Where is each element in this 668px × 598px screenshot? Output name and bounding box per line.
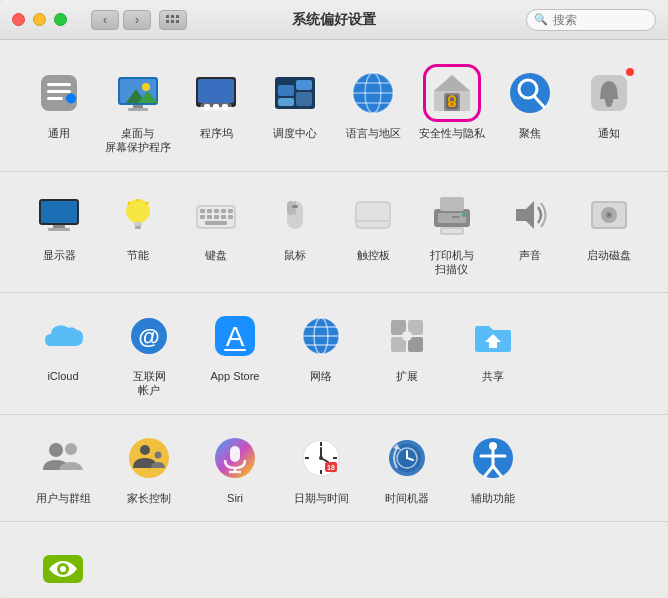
sharing-icon bbox=[469, 312, 517, 360]
svg-marker-84 bbox=[516, 201, 534, 229]
svg-point-107 bbox=[49, 443, 63, 457]
svg-rect-28 bbox=[296, 92, 312, 106]
pref-keyboard[interactable]: 键盘 bbox=[177, 180, 256, 266]
desktop-label: 桌面与 屏幕保护程序 bbox=[105, 126, 171, 155]
pref-printers[interactable]: 打印机与 扫描仪 bbox=[413, 180, 492, 281]
svg-rect-53 bbox=[135, 226, 141, 229]
accessibility-label: 辅助功能 bbox=[471, 491, 515, 505]
section-personal: 通用 bbox=[0, 50, 668, 172]
svg-rect-7 bbox=[47, 83, 71, 86]
dock-label: 程序坞 bbox=[200, 126, 233, 140]
pref-displays[interactable]: 显示器 bbox=[20, 180, 99, 266]
pref-users[interactable]: 用户与群组 bbox=[20, 423, 106, 509]
pref-mouse[interactable]: 鼠标 bbox=[256, 180, 335, 266]
pref-accessibility[interactable]: 辅助功能 bbox=[450, 423, 536, 509]
siri-icon bbox=[211, 434, 259, 482]
svg-rect-5 bbox=[176, 20, 179, 23]
general-label: 通用 bbox=[48, 126, 70, 140]
pref-datetime[interactable]: 18 日期与时间 bbox=[278, 423, 364, 509]
pref-notifications[interactable]: 通知 bbox=[570, 58, 649, 144]
displays-label: 显示器 bbox=[43, 248, 76, 262]
siri-label: Siri bbox=[227, 491, 243, 505]
pref-language[interactable]: 语言与地区 bbox=[334, 58, 413, 144]
energy-label: 节能 bbox=[127, 248, 149, 262]
section2-row: 显示器 bbox=[20, 180, 648, 281]
svg-rect-50 bbox=[48, 228, 70, 231]
svg-rect-19 bbox=[198, 79, 234, 103]
svg-rect-4 bbox=[171, 20, 174, 23]
svg-rect-113 bbox=[230, 446, 240, 462]
maximize-button[interactable] bbox=[54, 13, 67, 26]
section-extras: NVIDIA Driver Manager bbox=[0, 522, 668, 598]
svg-rect-2 bbox=[176, 15, 179, 18]
pref-spotlight[interactable]: 聚焦 bbox=[491, 58, 570, 144]
sound-label: 声音 bbox=[519, 248, 541, 262]
keyboard-icon bbox=[192, 191, 240, 239]
grid-button[interactable] bbox=[159, 10, 187, 30]
svg-rect-17 bbox=[128, 108, 148, 111]
svg-point-46 bbox=[606, 101, 612, 107]
extensions-label: 扩展 bbox=[396, 369, 418, 383]
mission-icon bbox=[271, 69, 319, 117]
pref-sound[interactable]: 声音 bbox=[491, 180, 570, 266]
pref-mission[interactable]: 调度中心 bbox=[256, 58, 335, 144]
users-icon bbox=[39, 434, 87, 482]
pref-energy[interactable]: 节能 bbox=[99, 180, 178, 266]
pref-extensions[interactable]: 扩展 bbox=[364, 301, 450, 387]
svg-rect-75 bbox=[357, 203, 389, 227]
pref-trackpad[interactable]: 触控板 bbox=[334, 180, 413, 266]
svg-point-111 bbox=[155, 451, 162, 458]
security-icon bbox=[428, 69, 476, 117]
svg-rect-9 bbox=[47, 97, 63, 100]
internet-label: 互联网 帐户 bbox=[133, 369, 166, 398]
pref-sharing[interactable]: 共享 bbox=[450, 301, 536, 387]
pref-siri[interactable]: Siri bbox=[192, 423, 278, 509]
pref-appstore[interactable]: A App Store bbox=[192, 301, 278, 387]
svg-line-55 bbox=[146, 202, 148, 204]
pref-security[interactable]: 安全性与隐私 bbox=[413, 58, 492, 144]
spotlight-label: 聚焦 bbox=[519, 126, 541, 140]
window-title: 系统偏好设置 bbox=[292, 11, 376, 29]
svg-rect-0 bbox=[166, 15, 169, 18]
section4-row: 用户与群组 家长控 bbox=[20, 423, 648, 509]
extras-row: NVIDIA Driver Manager bbox=[20, 534, 648, 598]
timemachine-icon bbox=[383, 434, 431, 482]
minimize-button[interactable] bbox=[33, 13, 46, 26]
pref-icloud[interactable]: iCloud bbox=[20, 301, 106, 387]
forward-button[interactable]: › bbox=[123, 10, 151, 30]
svg-line-56 bbox=[128, 202, 130, 204]
sound-icon bbox=[506, 191, 554, 239]
datetime-icon: 18 bbox=[297, 434, 345, 482]
pref-nvidia[interactable]: NVIDIA Driver Manager bbox=[20, 534, 106, 598]
svg-point-10 bbox=[66, 94, 76, 104]
extensions-icon bbox=[383, 312, 431, 360]
pref-network[interactable]: 网络 bbox=[278, 301, 364, 387]
section3-row: iCloud @ 互联网 帐户 bbox=[20, 301, 648, 402]
pref-timemachine[interactable]: 时间机器 bbox=[364, 423, 450, 509]
svg-rect-8 bbox=[47, 90, 71, 93]
svg-rect-62 bbox=[221, 209, 226, 213]
svg-rect-65 bbox=[207, 215, 212, 219]
security-label: 安全性与隐私 bbox=[419, 126, 485, 140]
svg-point-105 bbox=[402, 331, 412, 341]
search-input[interactable] bbox=[526, 9, 656, 31]
pref-startup[interactable]: 启动磁盘 bbox=[570, 180, 649, 266]
svg-text:@: @ bbox=[138, 324, 159, 349]
pref-parental[interactable]: 家长控制 bbox=[106, 423, 192, 509]
section-internet: iCloud @ 互联网 帐户 bbox=[0, 293, 668, 415]
titlebar: ‹ › 系统偏好设置 🔍 bbox=[0, 0, 668, 40]
datetime-label: 日期与时间 bbox=[294, 491, 349, 505]
back-button[interactable]: ‹ bbox=[91, 10, 119, 30]
pref-internet[interactable]: @ 互联网 帐户 bbox=[106, 301, 192, 402]
icloud-icon bbox=[39, 312, 87, 360]
svg-rect-25 bbox=[278, 85, 294, 96]
svg-rect-68 bbox=[228, 215, 233, 219]
pref-desktop[interactable]: 桌面与 屏幕保护程序 bbox=[99, 58, 178, 159]
users-label: 用户与群组 bbox=[36, 491, 91, 505]
pref-dock[interactable]: 程序坞 bbox=[177, 58, 256, 144]
close-button[interactable] bbox=[12, 13, 25, 26]
notifications-label: 通知 bbox=[598, 126, 620, 140]
pref-general[interactable]: 通用 bbox=[20, 58, 99, 144]
svg-rect-61 bbox=[214, 209, 219, 213]
desktop-icon bbox=[114, 69, 162, 117]
